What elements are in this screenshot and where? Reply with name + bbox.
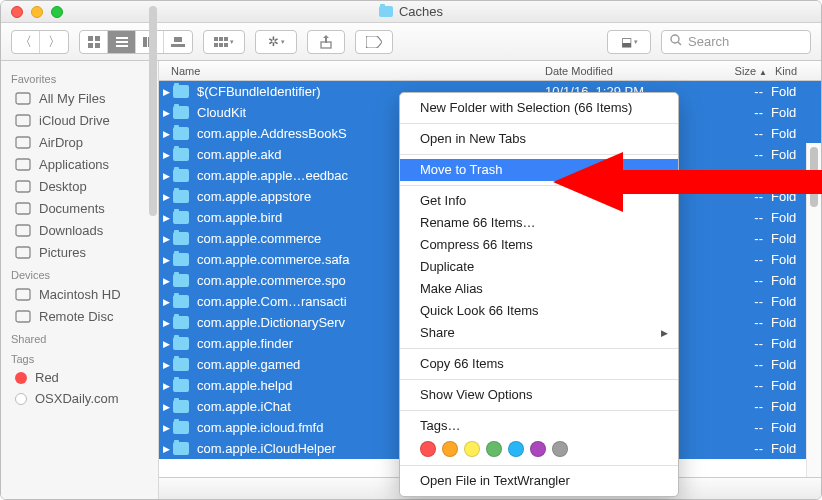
svg-rect-2 bbox=[88, 43, 93, 48]
col-name[interactable]: Name bbox=[159, 65, 545, 77]
menu-item[interactable]: Open in New Tabs bbox=[400, 128, 678, 150]
forward-button[interactable]: 〉 bbox=[40, 31, 68, 53]
sidebar-item[interactable]: iCloud Drive bbox=[1, 109, 158, 131]
sidebar-item[interactable]: All My Files bbox=[1, 87, 158, 109]
share-button[interactable] bbox=[307, 30, 345, 54]
file-size: -- bbox=[719, 378, 771, 393]
disclosure-triangle-icon[interactable]: ▶ bbox=[159, 255, 173, 265]
menu-item[interactable]: Compress 66 Items bbox=[400, 234, 678, 256]
disclosure-triangle-icon[interactable]: ▶ bbox=[159, 192, 173, 202]
sidebar-item[interactable]: Downloads bbox=[1, 219, 158, 241]
disclosure-triangle-icon[interactable]: ▶ bbox=[159, 108, 173, 118]
disclosure-triangle-icon[interactable]: ▶ bbox=[159, 234, 173, 244]
coverflow-view-button[interactable] bbox=[164, 31, 192, 53]
minimize-icon[interactable] bbox=[31, 6, 43, 18]
all-my-files-icon bbox=[15, 90, 31, 106]
sidebar-item[interactable]: Red bbox=[1, 367, 158, 388]
arrange-button[interactable]: ▾ bbox=[204, 31, 244, 53]
hd-icon bbox=[15, 286, 31, 302]
menu-item[interactable]: Rename 66 Items… bbox=[400, 212, 678, 234]
tags-button[interactable] bbox=[355, 30, 393, 54]
sidebar-item-label: All My Files bbox=[39, 91, 105, 106]
disclosure-triangle-icon[interactable]: ▶ bbox=[159, 213, 173, 223]
disclosure-triangle-icon[interactable]: ▶ bbox=[159, 87, 173, 97]
disclosure-triangle-icon[interactable]: ▶ bbox=[159, 150, 173, 160]
disclosure-triangle-icon[interactable]: ▶ bbox=[159, 129, 173, 139]
folder-icon bbox=[173, 190, 189, 203]
menu-item[interactable]: Show View Options bbox=[400, 384, 678, 406]
back-button[interactable]: 〈 bbox=[12, 31, 40, 53]
tag-gray bbox=[15, 393, 27, 405]
menu-item[interactable]: Tags… bbox=[400, 415, 678, 437]
col-size[interactable]: Size ▲ bbox=[719, 65, 771, 77]
file-size: -- bbox=[719, 84, 771, 99]
svg-rect-25 bbox=[16, 181, 30, 192]
disclosure-triangle-icon[interactable]: ▶ bbox=[159, 360, 173, 370]
svg-rect-22 bbox=[16, 115, 30, 126]
svg-rect-10 bbox=[174, 37, 182, 42]
sidebar-item[interactable]: OSXDaily.com bbox=[1, 388, 158, 409]
menu-item[interactable]: Make Alias bbox=[400, 278, 678, 300]
file-kind: Fold bbox=[771, 84, 821, 99]
tag-color[interactable] bbox=[552, 441, 568, 457]
col-date[interactable]: Date Modified bbox=[545, 65, 719, 77]
file-size: -- bbox=[719, 441, 771, 456]
sidebar-item[interactable]: Desktop bbox=[1, 175, 158, 197]
col-kind[interactable]: Kind bbox=[771, 65, 821, 77]
svg-rect-16 bbox=[219, 43, 223, 47]
disclosure-triangle-icon[interactable]: ▶ bbox=[159, 276, 173, 286]
disclosure-triangle-icon[interactable]: ▶ bbox=[159, 297, 173, 307]
menu-item[interactable]: Quick Look 66 Items bbox=[400, 300, 678, 322]
action-group: ✲▾ bbox=[255, 30, 297, 54]
close-icon[interactable] bbox=[11, 6, 23, 18]
search-placeholder: Search bbox=[688, 34, 729, 49]
callout-arrow bbox=[553, 152, 822, 212]
arrange-group: ▾ bbox=[203, 30, 245, 54]
disclosure-triangle-icon[interactable]: ▶ bbox=[159, 318, 173, 328]
list-view-button[interactable] bbox=[108, 31, 136, 53]
svg-rect-27 bbox=[16, 225, 30, 236]
search-field[interactable]: Search bbox=[661, 30, 811, 54]
svg-rect-0 bbox=[88, 36, 93, 41]
disclosure-triangle-icon[interactable]: ▶ bbox=[159, 444, 173, 454]
sidebar-item[interactable]: Applications bbox=[1, 153, 158, 175]
disclosure-triangle-icon[interactable]: ▶ bbox=[159, 171, 173, 181]
disc-icon bbox=[15, 308, 31, 324]
sidebar-scrollbar[interactable] bbox=[149, 61, 157, 216]
sidebar-item[interactable]: Macintosh HD bbox=[1, 283, 158, 305]
disclosure-triangle-icon[interactable]: ▶ bbox=[159, 402, 173, 412]
disclosure-triangle-icon[interactable]: ▶ bbox=[159, 339, 173, 349]
share-icon bbox=[320, 35, 332, 49]
window-controls bbox=[1, 6, 63, 18]
disclosure-triangle-icon[interactable]: ▶ bbox=[159, 381, 173, 391]
menu-item[interactable]: Share bbox=[400, 322, 678, 344]
tag-color[interactable] bbox=[508, 441, 524, 457]
menu-item[interactable]: New Folder with Selection (66 Items) bbox=[400, 97, 678, 119]
tag-color[interactable] bbox=[420, 441, 436, 457]
file-size: -- bbox=[719, 294, 771, 309]
sidebar-item[interactable]: Pictures bbox=[1, 241, 158, 263]
dropbox-button[interactable]: ⬓▾ bbox=[607, 30, 651, 54]
tag-color[interactable] bbox=[442, 441, 458, 457]
menu-item[interactable]: Duplicate bbox=[400, 256, 678, 278]
icon-view-button[interactable] bbox=[80, 31, 108, 53]
folder-icon bbox=[173, 148, 189, 161]
view-switcher bbox=[79, 30, 193, 54]
disclosure-triangle-icon[interactable]: ▶ bbox=[159, 423, 173, 433]
tag-color[interactable] bbox=[464, 441, 480, 457]
menu-separator bbox=[400, 379, 678, 380]
tag-color[interactable] bbox=[530, 441, 546, 457]
sidebar-item[interactable]: AirDrop bbox=[1, 131, 158, 153]
action-button[interactable]: ✲▾ bbox=[256, 31, 296, 53]
svg-rect-11 bbox=[171, 44, 185, 47]
sidebar-item[interactable]: Remote Disc bbox=[1, 305, 158, 327]
menu-item[interactable]: Copy 66 Items bbox=[400, 353, 678, 375]
tag-icon bbox=[366, 36, 382, 48]
menu-item[interactable]: Open File in TextWrangler bbox=[400, 470, 678, 492]
zoom-icon[interactable] bbox=[51, 6, 63, 18]
sort-indicator: ▲ bbox=[759, 68, 767, 77]
sidebar-item[interactable]: Documents bbox=[1, 197, 158, 219]
svg-rect-30 bbox=[16, 311, 30, 322]
tag-color[interactable] bbox=[486, 441, 502, 457]
icloud-icon bbox=[15, 112, 31, 128]
